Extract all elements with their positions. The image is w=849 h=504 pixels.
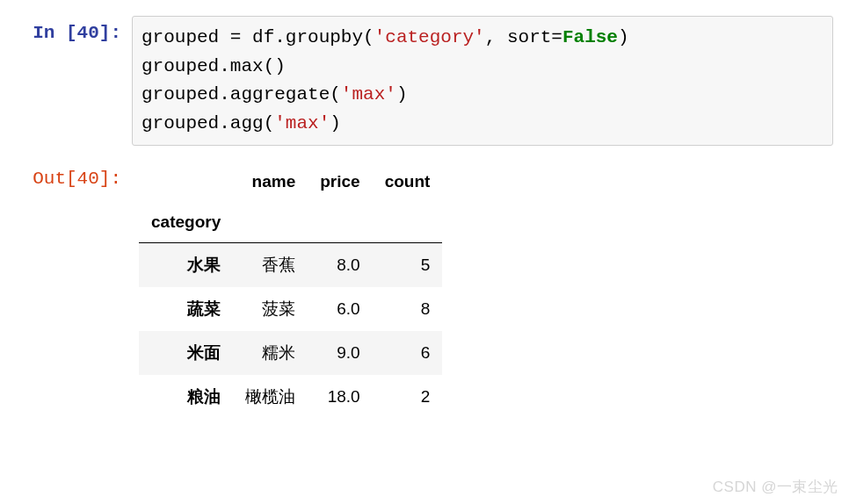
cell-name: 橄榄油 — [233, 375, 308, 419]
table-row: 米面 糯米 9.0 6 — [139, 331, 442, 375]
input-prompt-area: In [40]: — [0, 16, 132, 146]
col-header: count — [373, 162, 443, 202]
cell-name: 香蕉 — [233, 243, 308, 288]
table-row: 粮油 橄榄油 18.0 2 — [139, 375, 442, 419]
cell-price: 18.0 — [308, 375, 372, 419]
cell-name: 糯米 — [233, 331, 308, 375]
blank-header — [373, 202, 443, 243]
col-header: price — [308, 162, 372, 202]
output-area: name price count category 水果 香蕉 8.0 5 — [132, 162, 849, 419]
output-cell: Out[40]: name price count category — [0, 146, 849, 419]
cell-price: 9.0 — [308, 331, 372, 375]
code-input[interactable]: grouped = df.groupby('category', sort=Fa… — [132, 16, 833, 146]
table-row: 蔬菜 菠菜 6.0 8 — [139, 287, 442, 331]
blank-header — [308, 202, 372, 243]
cell-count: 8 — [373, 287, 443, 331]
row-index: 粮油 — [139, 375, 233, 419]
output-prompt: Out[40]: — [33, 169, 121, 189]
row-index: 蔬菜 — [139, 287, 233, 331]
table-head: name price count category — [139, 162, 442, 243]
table-body: 水果 香蕉 8.0 5 蔬菜 菠菜 6.0 8 米面 糯米 9.0 6 — [139, 243, 442, 420]
blank-header — [233, 202, 308, 243]
row-index: 米面 — [139, 331, 233, 375]
corner-blank — [139, 162, 233, 202]
cell-name: 菠菜 — [233, 287, 308, 331]
cell-count: 5 — [373, 243, 443, 288]
cell-price: 6.0 — [308, 287, 372, 331]
table-row: 水果 香蕉 8.0 5 — [139, 243, 442, 288]
input-prompt: In [40]: — [33, 23, 121, 43]
row-index: 水果 — [139, 243, 233, 288]
input-cell: In [40]: grouped = df.groupby('category'… — [0, 0, 849, 146]
index-name: category — [139, 202, 233, 243]
cell-price: 8.0 — [308, 243, 372, 288]
cell-count: 2 — [373, 375, 443, 419]
dataframe-table: name price count category 水果 香蕉 8.0 5 — [139, 162, 442, 419]
watermark: CSDN @一束尘光 — [713, 477, 838, 497]
output-prompt-area: Out[40]: — [0, 162, 132, 419]
cell-count: 6 — [373, 331, 443, 375]
col-header: name — [233, 162, 308, 202]
